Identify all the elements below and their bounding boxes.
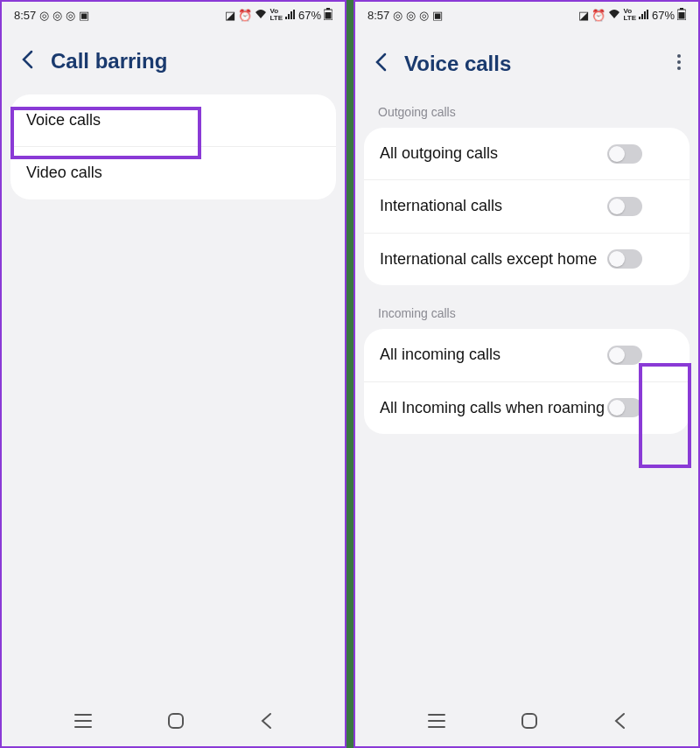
video-calls-row[interactable]: Video calls xyxy=(10,147,336,199)
instagram-icon: ◎ xyxy=(39,10,49,21)
image-icon: ▣ xyxy=(432,10,443,21)
instagram-icon: ◎ xyxy=(419,10,429,21)
instagram-icon: ◎ xyxy=(406,10,416,21)
row-label: All outgoing calls xyxy=(380,143,607,164)
instagram-icon: ◎ xyxy=(66,10,75,21)
signal-icon xyxy=(639,10,649,21)
row-label: All incoming calls xyxy=(380,345,607,365)
battery-icon xyxy=(677,8,686,22)
svg-rect-6 xyxy=(679,12,685,19)
outgoing-card: All outgoing calls International calls I… xyxy=(364,128,690,285)
image-icon: ▣ xyxy=(79,10,89,21)
header: Voice calls xyxy=(355,28,698,100)
phone-left: 8:57 ◎ ◎ ◎ ▣ ◪ ⏰ VoLTE 67% Call barring xyxy=(0,0,346,748)
lte-icon: VoLTE xyxy=(270,8,283,22)
alarm-icon: ⏰ xyxy=(238,10,252,21)
call-type-card: Voice calls Video calls xyxy=(10,94,336,199)
outgoing-section-label: Outgoing calls xyxy=(355,100,698,128)
back-icon[interactable] xyxy=(21,50,33,73)
incoming-card: All incoming calls All Incoming calls wh… xyxy=(364,329,690,434)
nfc-icon: ◪ xyxy=(225,10,235,21)
row-label: Video calls xyxy=(26,163,254,183)
signal-icon xyxy=(285,10,296,21)
instagram-icon: ◎ xyxy=(52,10,62,21)
recents-button[interactable] xyxy=(428,714,445,731)
battery-percent: 67% xyxy=(298,9,321,22)
back-icon[interactable] xyxy=(374,52,387,75)
lte-icon: VoLTE xyxy=(623,8,636,22)
back-button[interactable] xyxy=(613,712,626,733)
home-button[interactable] xyxy=(521,712,538,733)
home-button[interactable] xyxy=(167,712,185,733)
status-time: 8:57 xyxy=(368,9,389,22)
international-except-home-row[interactable]: International calls except home xyxy=(364,234,690,285)
page-title: Call barring xyxy=(51,49,167,73)
wifi-icon xyxy=(255,10,267,21)
international-row[interactable]: International calls xyxy=(364,180,690,233)
svg-point-8 xyxy=(677,60,681,64)
all-incoming-row[interactable]: All incoming calls xyxy=(364,329,690,381)
all-incoming-roaming-toggle[interactable] xyxy=(607,398,642,417)
alarm-icon: ⏰ xyxy=(592,10,606,21)
row-label: International calls xyxy=(380,196,607,216)
all-outgoing-row[interactable]: All outgoing calls xyxy=(364,128,690,180)
all-outgoing-toggle[interactable] xyxy=(607,144,642,164)
page-title: Voice calls xyxy=(404,52,511,76)
battery-icon xyxy=(324,8,332,22)
battery-percent: 67% xyxy=(652,9,675,22)
more-options-icon[interactable] xyxy=(674,49,684,79)
nav-bar xyxy=(355,704,698,746)
row-label: Voice calls xyxy=(26,110,254,130)
svg-rect-3 xyxy=(169,714,183,728)
svg-point-9 xyxy=(677,66,681,70)
recents-button[interactable] xyxy=(74,714,92,731)
svg-rect-10 xyxy=(522,714,536,728)
nav-bar xyxy=(2,704,345,746)
international-except-home-toggle[interactable] xyxy=(607,249,642,269)
all-incoming-roaming-row[interactable]: All Incoming calls when roaming xyxy=(364,382,690,434)
phone-right: 8:57 ◎ ◎ ◎ ▣ ◪ ⏰ VoLTE 67% Voice calls xyxy=(354,0,700,748)
wifi-icon xyxy=(608,10,620,21)
row-label: International calls except home xyxy=(380,249,607,269)
incoming-section-label: Incoming calls xyxy=(355,301,698,329)
status-time: 8:57 xyxy=(14,9,36,22)
status-bar: 8:57 ◎ ◎ ◎ ▣ ◪ ⏰ VoLTE 67% xyxy=(2,2,345,28)
international-toggle[interactable] xyxy=(607,197,642,216)
voice-calls-row[interactable]: Voice calls xyxy=(10,94,336,147)
back-button[interactable] xyxy=(260,712,272,733)
nfc-icon: ◪ xyxy=(578,10,589,21)
all-incoming-toggle[interactable] xyxy=(607,346,642,365)
row-label: All Incoming calls when roaming xyxy=(380,398,607,418)
svg-point-7 xyxy=(677,54,681,58)
status-bar: 8:57 ◎ ◎ ◎ ▣ ◪ ⏰ VoLTE 67% xyxy=(355,2,698,28)
header: Call barring xyxy=(2,28,345,94)
instagram-icon: ◎ xyxy=(393,10,402,21)
svg-rect-2 xyxy=(326,12,332,19)
